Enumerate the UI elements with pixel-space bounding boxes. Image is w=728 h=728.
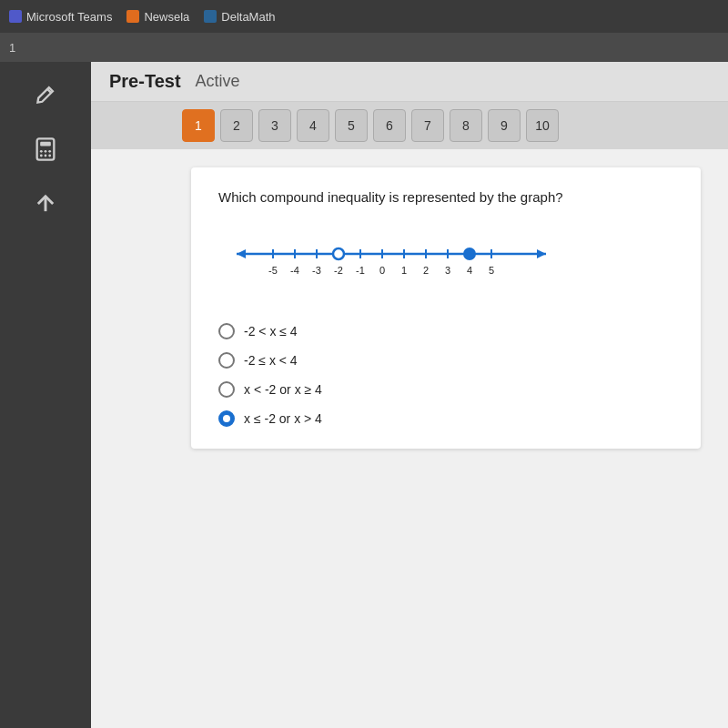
svg-text:1: 1: [401, 265, 407, 276]
newsela-label: Newsela: [144, 10, 189, 24]
newsela-icon: [126, 10, 139, 23]
page-header: Pre-Test Active: [91, 62, 728, 102]
svg-text:-1: -1: [356, 265, 365, 276]
arrow-tool[interactable]: [18, 180, 73, 228]
radio-d: [218, 410, 235, 427]
pencil-tool[interactable]: [18, 71, 73, 118]
svg-marker-10: [537, 249, 546, 258]
calculator-icon: [33, 136, 58, 162]
svg-point-33: [333, 248, 344, 259]
svg-text:4: 4: [467, 265, 472, 276]
top-bar: 1: [0, 33, 728, 62]
svg-point-4: [48, 150, 51, 153]
svg-rect-1: [40, 142, 51, 147]
radio-a: [218, 323, 235, 339]
top-bar-text: 1: [9, 41, 15, 55]
browser-tabs-bar: Microsoft Teams Newsela DeltaMath: [0, 0, 728, 33]
svg-text:-5: -5: [268, 265, 278, 276]
question-number-btn-10[interactable]: 10: [526, 109, 559, 142]
question-number-btn-7[interactable]: 7: [411, 109, 444, 142]
teams-icon: [9, 10, 22, 23]
teams-label: Microsoft Teams: [26, 10, 112, 24]
choice-text-d: x ≤ -2 or x > 4: [244, 411, 322, 426]
choice-text-c: x < -2 or x ≥ 4: [244, 382, 322, 397]
radio-b: [218, 352, 235, 369]
svg-text:2: 2: [423, 265, 429, 276]
question-area: Which compound inequality is represented…: [191, 167, 701, 449]
question-number-btn-9[interactable]: 9: [488, 109, 521, 142]
svg-text:0: 0: [379, 265, 385, 276]
question-number-btn-1[interactable]: 1: [182, 109, 215, 142]
question-numbers-bar: 12345678910: [91, 102, 728, 149]
question-number-btn-2[interactable]: 2: [220, 109, 253, 142]
svg-point-2: [40, 150, 43, 153]
svg-text:-3: -3: [312, 265, 321, 276]
choice-text-a: -2 < x ≤ 4: [244, 324, 298, 339]
number-line-container: -5 -4 -3 -2 -1 0 1 2 3 4 5: [218, 225, 673, 298]
svg-point-3: [45, 150, 47, 153]
arrow-icon: [33, 191, 58, 217]
svg-marker-9: [237, 249, 246, 258]
calculator-tool[interactable]: [18, 126, 73, 173]
question-number-btn-4[interactable]: 4: [297, 109, 329, 142]
svg-text:-2: -2: [334, 265, 343, 276]
sidebar: [0, 62, 91, 728]
choice-text-b: -2 ≤ x < 4: [244, 353, 298, 368]
pencil-icon: [33, 82, 58, 107]
question-number-btn-6[interactable]: 6: [373, 109, 406, 142]
svg-text:-4: -4: [290, 265, 299, 276]
radio-c: [218, 381, 235, 398]
svg-text:3: 3: [445, 265, 450, 276]
choice-c[interactable]: x < -2 or x ≥ 4: [218, 381, 673, 398]
deltamath-label: DeltaMath: [221, 10, 275, 24]
question-text: Which compound inequality is represented…: [218, 189, 673, 205]
question-number-btn-3[interactable]: 3: [258, 109, 291, 142]
number-line-svg: -5 -4 -3 -2 -1 0 1 2 3 4 5: [218, 234, 564, 288]
tab-teams[interactable]: Microsoft Teams: [9, 10, 112, 24]
tab-deltamath[interactable]: DeltaMath: [204, 10, 275, 24]
active-label: Active: [196, 72, 240, 91]
page-content: Pre-Test Active 12345678910 Which compou…: [91, 62, 728, 728]
svg-point-6: [45, 155, 47, 157]
svg-point-34: [464, 248, 475, 259]
svg-point-7: [48, 155, 51, 157]
answer-choices: -2 < x ≤ 4-2 ≤ x < 4x < -2 or x ≥ 4x ≤ -…: [218, 323, 673, 427]
choice-a[interactable]: -2 < x ≤ 4: [218, 323, 673, 339]
main-area: 1: [0, 33, 728, 728]
choice-d[interactable]: x ≤ -2 or x > 4: [218, 410, 673, 427]
question-number-btn-5[interactable]: 5: [335, 109, 368, 142]
svg-point-5: [40, 155, 43, 157]
content-layout: Pre-Test Active 12345678910 Which compou…: [0, 62, 728, 728]
tab-newsela[interactable]: Newsela: [126, 10, 189, 24]
deltamath-icon: [204, 10, 217, 23]
question-number-btn-8[interactable]: 8: [450, 109, 482, 142]
pre-test-label: Pre-Test: [109, 71, 181, 92]
svg-text:5: 5: [489, 265, 494, 276]
choice-b[interactable]: -2 ≤ x < 4: [218, 352, 673, 369]
